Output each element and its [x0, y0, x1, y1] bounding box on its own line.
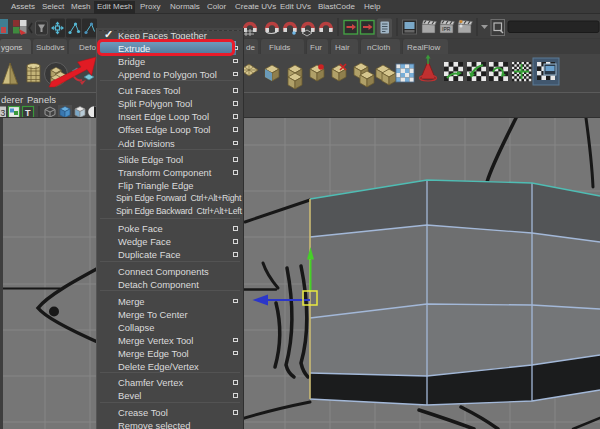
svg-text:derer: derer [1, 94, 23, 105]
svg-text:3: 3 [1, 108, 6, 118]
svg-text:Panels: Panels [27, 94, 56, 105]
svg-text:IPR: IPR [442, 26, 451, 32]
svg-text:T: T [25, 108, 31, 118]
